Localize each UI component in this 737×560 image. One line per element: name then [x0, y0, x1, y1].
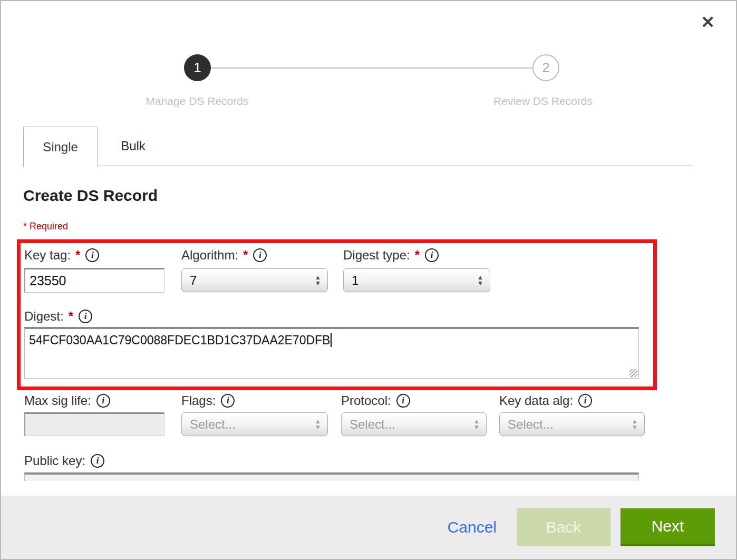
- info-icon[interactable]: i: [91, 454, 104, 468]
- info-icon[interactable]: i: [578, 394, 592, 408]
- required-asterisk: *: [242, 248, 248, 263]
- resize-grip[interactable]: [629, 369, 637, 377]
- key-tag-label-row: Key tag: * i: [24, 248, 99, 263]
- tab-bar-divider: [23, 166, 693, 166]
- required-asterisk: *: [74, 248, 80, 263]
- digest-type-select[interactable]: 1 ▲▼: [343, 268, 490, 292]
- key-data-alg-label-row: Key data alg: i: [499, 393, 592, 408]
- protocol-select[interactable]: Select... ▲▼: [341, 412, 487, 436]
- digest-type-label-row: Digest type: * i: [343, 248, 439, 263]
- max-sig-life-input[interactable]: [24, 412, 164, 436]
- flags-label: Flags:: [181, 393, 216, 408]
- stepper-connector-line: [197, 67, 545, 69]
- tab-single-label: Single: [43, 140, 78, 155]
- step-2-number: 2: [542, 60, 549, 76]
- info-icon[interactable]: i: [396, 394, 410, 408]
- algorithm-label: Algorithm:: [181, 248, 238, 263]
- flags-label-row: Flags: i: [181, 393, 235, 408]
- digest-type-select-value: 1: [352, 273, 358, 288]
- step-1-number: 1: [193, 60, 201, 76]
- info-icon[interactable]: i: [96, 394, 110, 408]
- select-arrows-icon: ▲▼: [473, 419, 480, 429]
- info-icon[interactable]: i: [425, 248, 439, 262]
- select-arrows-icon: ▲▼: [315, 419, 321, 429]
- required-asterisk: *: [67, 309, 73, 324]
- flags-select[interactable]: Select... ▲▼: [181, 412, 328, 436]
- text-cursor: [331, 333, 332, 347]
- digest-label-row: Digest: * i: [24, 309, 92, 324]
- digest-value: 54FCF030AA1C79C0088FDEC1BD1C37DAA2E70DFB: [29, 333, 330, 347]
- required-note: * Required: [23, 221, 68, 232]
- tab-bulk-label: Bulk: [121, 139, 146, 153]
- required-asterisk: *: [414, 248, 420, 263]
- protocol-label-row: Protocol: i: [341, 393, 410, 408]
- key-data-alg-select[interactable]: Select... ▲▼: [499, 412, 645, 436]
- digest-label: Digest:: [24, 309, 64, 324]
- public-key-textarea[interactable]: [24, 472, 639, 481]
- next-button[interactable]: Next: [620, 508, 715, 546]
- algorithm-label-row: Algorithm: * i: [181, 248, 267, 263]
- protocol-select-value: Select...: [350, 417, 395, 432]
- key-data-alg-label: Key data alg:: [499, 393, 573, 408]
- select-arrows-icon: ▲▼: [477, 275, 483, 285]
- flags-select-value: Select...: [190, 417, 236, 432]
- select-arrows-icon: ▲▼: [632, 419, 638, 429]
- info-icon[interactable]: i: [85, 248, 99, 262]
- digest-type-label: Digest type:: [343, 248, 410, 263]
- max-sig-life-label: Max sig life:: [24, 393, 91, 408]
- create-ds-record-modal: { "icons": { "close": "✕", "info": "i", …: [0, 0, 737, 560]
- cancel-button[interactable]: Cancel: [448, 518, 497, 536]
- key-data-alg-select-value: Select...: [508, 417, 554, 432]
- digest-textarea[interactable]: 54FCF030AA1C79C0088FDEC1BD1C37DAA2E70DFB: [24, 327, 639, 379]
- key-tag-label: Key tag:: [24, 248, 71, 263]
- algorithm-select-value: 7: [190, 273, 197, 288]
- step-2-circle: 2: [532, 54, 559, 81]
- back-button[interactable]: Back: [517, 508, 610, 546]
- tab-bulk[interactable]: Bulk: [98, 127, 169, 166]
- step-2-label: Review DS Records: [448, 95, 638, 108]
- modal-footer: Cancel Back Next: [1, 496, 736, 559]
- close-icon[interactable]: ✕: [701, 14, 715, 31]
- step-1-label: Manage DS Records: [102, 95, 292, 108]
- max-sig-life-label-row: Max sig life: i: [24, 393, 110, 408]
- select-arrows-icon: ▲▼: [315, 275, 321, 285]
- algorithm-select[interactable]: 7 ▲▼: [181, 268, 328, 292]
- public-key-label: Public key:: [24, 453, 85, 468]
- public-key-label-row: Public key: i: [24, 453, 104, 468]
- protocol-label: Protocol:: [341, 393, 391, 408]
- key-tag-input[interactable]: [24, 268, 164, 293]
- info-icon[interactable]: i: [253, 248, 267, 262]
- info-icon[interactable]: i: [79, 310, 92, 323]
- step-1-circle: 1: [184, 54, 211, 81]
- info-icon[interactable]: i: [221, 394, 235, 408]
- tab-single[interactable]: Single: [23, 127, 98, 167]
- page-title: Create DS Record: [23, 187, 158, 205]
